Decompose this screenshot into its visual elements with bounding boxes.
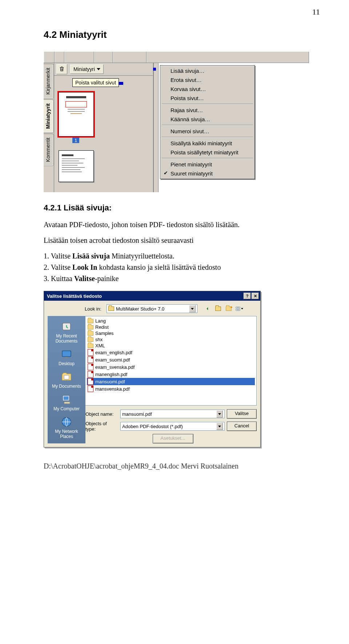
dialog-main: My Recent Documents Desktop My Documents… [48, 316, 257, 443]
object-name-field[interactable]: mansuomi.pdf [120, 410, 225, 418]
file-label: mansvenska.pdf [95, 386, 130, 392]
tab-comments[interactable]: Kommentit [44, 134, 54, 166]
file-label: Samples [95, 331, 114, 336]
file-item[interactable]: exam_svenska.pdf [87, 363, 255, 371]
screenshot-acrobat-panel: Kirjanmerkit Miniatyyrit Kommentit Minia… [44, 51, 309, 192]
file-item[interactable]: manenglish.pdf [87, 371, 255, 378]
ok-button[interactable]: Valitse [227, 409, 257, 419]
folder-item[interactable]: Redist [87, 324, 255, 330]
place-label: My Computer [53, 406, 80, 411]
menu-crop-pages[interactable]: Rajaa sivut… [161, 106, 254, 115]
file-label: XML [95, 343, 105, 348]
menu-delete-pages[interactable]: Poista sivut… [161, 94, 254, 103]
menu-separator [162, 158, 253, 159]
chevron-down-icon[interactable] [189, 305, 196, 312]
file-item[interactable]: exam_english.pdf [87, 349, 255, 356]
file-item[interactable]: mansvenska.pdf [87, 385, 255, 392]
dialog-titlebar: Valitse lisättävä tiedosto ? ✕ [44, 291, 260, 301]
pdf-icon [88, 364, 93, 370]
step-bold: Look In [72, 263, 97, 271]
folder-item[interactable]: XML [87, 343, 255, 349]
thumbnails-toolbar: Miniatyyri [54, 63, 153, 76]
section-heading: 4.2 Miniatyyrit [44, 29, 313, 40]
miniatyyri-menu-button[interactable]: Miniatyyri [70, 64, 104, 74]
help-button[interactable]: ? [244, 293, 251, 299]
place-mydocs[interactable]: My Documents [51, 369, 83, 390]
dialog-toolbar: ✦ [203, 304, 244, 313]
back-button[interactable] [203, 304, 212, 313]
place-mycomp[interactable]: My Computer [51, 392, 83, 413]
screenshot-file-dialog: Valitse lisättävä tiedosto ? ✕ Look in: … [44, 291, 261, 447]
delete-page-button[interactable] [56, 64, 67, 74]
dialog-title: Valitse lisättävä tiedosto [47, 293, 102, 299]
context-menu: Lisää sivuja… Erota sivut… Korvaa sivut…… [160, 65, 255, 179]
svg-rect-10 [64, 402, 70, 404]
menu-large-thumbs[interactable]: Suuret miniatyyrit [161, 169, 254, 178]
mydocs-icon [60, 371, 73, 383]
file-label: exam_suomi.pdf [95, 357, 130, 363]
footer-path: D:\AcrobatOHJE\acrobat_ohjeMR9_4_04.doc … [44, 462, 313, 470]
tab-bookmarks[interactable]: Kirjanmerkit [44, 64, 54, 99]
menu-number-pages[interactable]: Numeroi sivut… [161, 127, 254, 136]
view-menu-button[interactable] [235, 304, 244, 313]
pdf-icon [88, 356, 93, 363]
menu-embed-all[interactable]: Sisällytä kaikki miniatyyrit [161, 139, 254, 148]
thumbnail-number: 1 [72, 138, 79, 143]
pdf-icon [88, 386, 93, 392]
folder-new-icon: ✦ [226, 307, 232, 311]
document-page: 11 4.2 Miniatyyrit Kirjanmerkit Miniatyy… [0, 0, 349, 485]
chevron-down-icon [97, 68, 100, 70]
menu-add-pages[interactable]: Lisää sivuja… [161, 66, 254, 75]
chevron-down-icon[interactable] [216, 410, 223, 418]
object-type-combo[interactable]: Adoben PDF-tiedostot (*.pdf) [120, 422, 225, 431]
up-folder-button[interactable] [214, 304, 222, 313]
thumbnail-item[interactable]: 1 [59, 92, 150, 143]
desktop-icon [60, 348, 73, 360]
folder-item[interactable]: shx [87, 336, 255, 343]
dialog-bottom: Object name: mansuomi.pdf Valitse Object… [85, 406, 257, 443]
menu-rotate-pages[interactable]: Käännä sivuja… [161, 115, 254, 124]
pdf-icon [88, 349, 93, 356]
menu-replace-pages[interactable]: Korvaa sivut… [161, 84, 254, 94]
step-text: 1. Valitse [44, 252, 72, 260]
folder-item[interactable]: Samples [87, 330, 255, 336]
svg-rect-1 [238, 307, 240, 308]
menu-small-thumbs[interactable]: Pienet miniatyyrit [161, 160, 254, 169]
network-icon [60, 416, 73, 428]
folder-open-icon [108, 307, 114, 311]
place-desktop[interactable]: Desktop [51, 347, 83, 368]
folder-icon [88, 331, 93, 336]
close-button[interactable]: ✕ [252, 293, 259, 299]
new-folder-button[interactable]: ✦ [224, 304, 233, 313]
step-text: 2. Valitse [44, 263, 72, 271]
steps-intro: Lisätään toisen acrobat tiedoston sisält… [44, 236, 313, 245]
tab-thumbnails[interactable]: Miniatyyrit [44, 99, 54, 133]
file-item-selected[interactable]: mansuomi.pdf [87, 378, 255, 385]
menu-remove-embedded[interactable]: Poista sisällytetyt miniatyyrit [161, 148, 254, 157]
intro-paragraph: Avataan PDF-tiedosto, johon toisen PDF- … [44, 220, 313, 230]
object-name-value: mansuomi.pdf [122, 411, 152, 417]
file-item[interactable]: exam_suomi.pdf [87, 356, 255, 363]
pdf-icon [88, 378, 93, 385]
svg-rect-5 [62, 351, 71, 357]
place-label: My Recent Documents [56, 333, 78, 344]
trash-icon [59, 65, 65, 74]
thumbnail-item[interactable] [59, 150, 150, 182]
chevron-down-icon[interactable] [216, 423, 223, 430]
step-bold: Lisää sivuja [72, 252, 110, 260]
folder-icon [88, 325, 93, 329]
subsection-heading: 4.2.1 Lisää sivuja: [44, 203, 313, 213]
folder-item[interactable]: Lang [87, 318, 255, 324]
cancel-button[interactable]: Cancel [227, 422, 257, 431]
place-mynet[interactable]: My Network Places [51, 414, 83, 440]
toolbar-row [44, 51, 309, 63]
place-recent[interactable]: My Recent Documents [51, 319, 83, 345]
file-list[interactable]: Lang Redist Samples shx XML exam_english… [85, 316, 257, 406]
menu-extract-pages[interactable]: Erota sivut… [161, 75, 254, 84]
file-label: manenglish.pdf [95, 372, 127, 377]
lookin-combo[interactable]: MultiMaker Studio+ 7.0 [107, 304, 197, 313]
svg-rect-9 [64, 396, 68, 400]
step-3: 3. Kuittaa Valitse-painike [44, 274, 313, 284]
step-text: 3. Kuittaa [44, 274, 74, 283]
file-label: exam_svenska.pdf [95, 364, 135, 370]
